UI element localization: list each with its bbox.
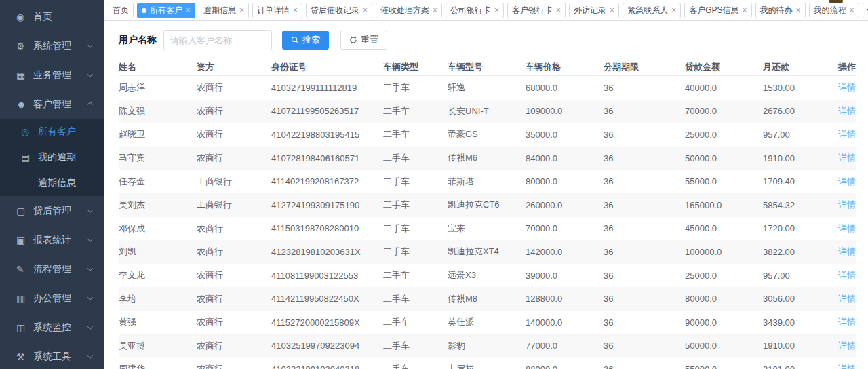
table-cell: 39000.0 — [526, 271, 604, 281]
table-cell: 周建华 — [119, 363, 197, 369]
tab-12[interactable]: 我的流程× — [809, 3, 859, 18]
tab-1[interactable]: 所有客户× — [137, 3, 195, 18]
sidebar-item-label: 我的逾期 — [38, 151, 98, 163]
detail-link[interactable]: 详情 — [838, 294, 856, 304]
search-button[interactable]: 搜索 — [282, 31, 329, 50]
detail-link[interactable]: 详情 — [838, 364, 856, 369]
detail-link[interactable]: 详情 — [838, 270, 856, 280]
tab-close-icon[interactable]: × — [293, 6, 298, 14]
tab-0[interactable]: 首页 — [108, 3, 134, 18]
tab-11[interactable]: 我的待办× — [755, 3, 806, 18]
table-cell: 50000.0 — [685, 153, 763, 163]
sidebar-item-overdue-info[interactable]: 逾期信息 — [0, 170, 104, 196]
tab-close-icon[interactable]: × — [363, 6, 368, 14]
sidebar-item-report-stats[interactable]: ▣报表统计 — [0, 225, 104, 254]
search-input[interactable] — [163, 30, 272, 50]
tab-10[interactable]: 客户GPS信息× — [684, 3, 751, 18]
sidebar-menu: ◉首页⚙系统管理▦业务管理☻客户管理◎所有客户▤我的逾期逾期信息▢贷后管理▣报表… — [0, 2, 104, 369]
detail-link[interactable]: 详情 — [838, 246, 856, 256]
detail-link[interactable]: 详情 — [838, 341, 856, 351]
tab-close-icon[interactable]: × — [186, 6, 191, 14]
table-cell: 55000.0 — [685, 176, 763, 187]
tab-9[interactable]: 紧急联系人× — [623, 3, 681, 18]
detail-link[interactable]: 详情 — [838, 317, 856, 327]
detail-link[interactable]: 详情 — [838, 176, 856, 187]
sidebar-item-postloan-mgmt[interactable]: ▢贷后管理 — [0, 196, 104, 225]
table-cell: 二手车 — [383, 316, 448, 328]
sidebar-item-label: 贷后管理 — [33, 205, 88, 217]
table-cell: 农商行 — [197, 128, 271, 140]
tab-close-icon[interactable]: × — [433, 6, 437, 14]
tab-3[interactable]: 订单详情× — [252, 3, 302, 18]
tab-close-icon[interactable]: × — [610, 6, 614, 14]
tab-6[interactable]: 公司银行卡× — [446, 3, 504, 18]
table-cell: 410728198406160571 — [271, 153, 383, 163]
tab-close-icon[interactable]: × — [494, 6, 499, 14]
table-cell: 25000.0 — [685, 271, 763, 281]
table-cell: 二手车 — [383, 293, 448, 305]
table-cell: 80000.0 — [526, 176, 604, 187]
table-cell: 农商行 — [197, 222, 271, 235]
tab-2[interactable]: 逾期信息× — [199, 3, 249, 18]
monitor-icon: ◫ — [16, 322, 33, 333]
tab-close-icon[interactable]: × — [796, 6, 801, 14]
reset-button[interactable]: 重置 — [340, 31, 387, 50]
table-row: 李文龙农商行411081199003122553二手车远景X339000.036… — [119, 264, 856, 288]
tab-4[interactable]: 贷后催收记录× — [306, 3, 372, 18]
table-cell: 二手车 — [383, 246, 448, 258]
table-cell: 二手车 — [383, 81, 448, 94]
sidebar: ◉首页⚙系统管理▦业务管理☻客户管理◎所有客户▤我的逾期逾期信息▢贷后管理▣报表… — [0, 0, 104, 369]
search-button-label: 搜索 — [302, 34, 320, 46]
table-cell: 142000.0 — [526, 247, 604, 257]
detail-link[interactable]: 详情 — [838, 199, 856, 210]
table-cell: 957.00 — [763, 271, 831, 281]
postloan-icon: ▢ — [16, 206, 33, 216]
tab-close-icon[interactable]: × — [742, 6, 747, 14]
sidebar-item-home[interactable]: ◉首页 — [0, 2, 104, 31]
detail-link[interactable]: 详情 — [838, 129, 856, 139]
table-cell: 农商行 — [197, 363, 271, 369]
sidebar-item-office-mgmt[interactable]: ▥办公管理 — [0, 284, 104, 313]
sidebar-item-process-mgmt[interactable]: ✎流程管理 — [0, 254, 104, 284]
chevron-down-icon — [87, 294, 93, 300]
customers-table: 姓名资方身份证号车辆类型车辆型号车辆价格分期期限贷款金额月还款操作 周志洋农商行… — [119, 58, 856, 369]
sidebar-item-business-mgmt[interactable]: ▦业务管理 — [0, 60, 104, 90]
chevron-down-icon — [87, 207, 93, 212]
tab-close-icon[interactable]: × — [850, 6, 854, 14]
table-cell: 410322199103040318 — [271, 364, 383, 369]
sidebar-item-my-overdue[interactable]: ▤我的逾期 — [0, 144, 104, 170]
sidebar-item-customer-mgmt[interactable]: ☻客户管理 — [0, 90, 104, 119]
detail-link[interactable]: 详情 — [838, 153, 856, 163]
chevron-down-icon — [87, 265, 93, 271]
tab-close-icon[interactable]: × — [239, 6, 244, 14]
report-icon: ▣ — [16, 235, 33, 246]
table-cell: 二手车 — [383, 363, 448, 369]
sidebar-item-system-monitor[interactable]: ◫系统监控 — [0, 313, 104, 342]
table-cell: 二手车 — [383, 105, 448, 117]
detail-link[interactable]: 详情 — [838, 223, 856, 233]
table-cell: 70000.0 — [526, 223, 604, 233]
table-cell: 刘凯 — [119, 246, 197, 258]
sidebar-item-system-mgmt[interactable]: ⚙系统管理 — [0, 31, 104, 60]
table-cell: 农商行 — [197, 340, 271, 352]
detail-link[interactable]: 详情 — [838, 82, 856, 92]
sidebar-item-system-tools[interactable]: ⚒系统工具 — [0, 342, 104, 369]
table-row: 周建华农商行410322199103040318二手车卡罗拉88000.0365… — [119, 357, 856, 369]
column-header: 车辆型号 — [448, 61, 526, 73]
table-cell: 41232819810203631X — [271, 247, 383, 257]
table-cell: 36 — [604, 106, 685, 116]
action-cell: 详情 — [831, 81, 856, 94]
action-cell: 详情 — [831, 293, 856, 305]
tab-close-icon[interactable]: × — [671, 6, 676, 14]
table-cell: 影豹 — [448, 340, 526, 352]
column-header: 资方 — [197, 61, 271, 73]
table-cell: 36 — [604, 200, 685, 210]
sidebar-item-all-customers[interactable]: ◎所有客户 — [0, 119, 104, 144]
tab-5[interactable]: 催收处理方案× — [376, 3, 442, 18]
tab-13[interactable]: 代签任务× — [863, 3, 868, 18]
tab-close-icon[interactable]: × — [556, 6, 561, 14]
table-cell: 农商行 — [197, 105, 271, 117]
detail-link[interactable]: 详情 — [838, 106, 856, 116]
tab-7[interactable]: 客户银行卡× — [507, 3, 566, 18]
tab-8[interactable]: 外访记录× — [569, 3, 619, 18]
